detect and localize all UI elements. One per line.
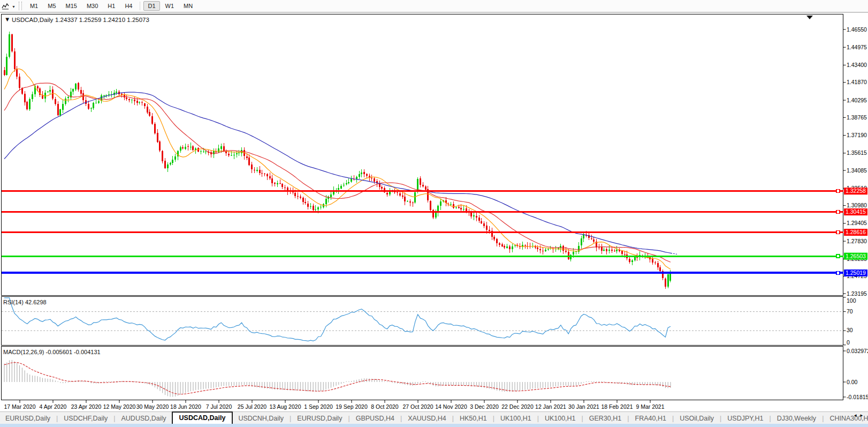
timeframe-button-m15[interactable]: M15 [62, 1, 81, 11]
tab-ger30-h1[interactable]: GER30,H1 [584, 413, 627, 424]
svg-text:18 Feb 2021: 18 Feb 2021 [601, 403, 633, 410]
price-line-label: 1.28616 [846, 229, 866, 235]
chart-cursor-icon[interactable] [0, 2, 11, 10]
svg-text:1 Sep 2020: 1 Sep 2020 [304, 403, 333, 410]
tab-hk50-h1[interactable]: HK50,H1 [454, 413, 492, 424]
svg-text:19 Sep 2020: 19 Sep 2020 [336, 403, 368, 410]
tab-audusd-daily[interactable]: AUDUSD,Daily [116, 413, 172, 424]
chart-collapse-marker[interactable]: ▼ [4, 16, 10, 23]
svg-text:18 Jun 2020: 18 Jun 2020 [170, 403, 201, 410]
svg-text:1.30980: 1.30980 [847, 202, 867, 208]
svg-text:17 Mar 2020: 17 Mar 2020 [4, 403, 36, 410]
timeframe-button-m30[interactable]: M30 [82, 1, 102, 11]
svg-text:1.40295: 1.40295 [847, 97, 867, 103]
timeframe-buttons: M1M5M15M30H1H4D1W1MN [25, 1, 197, 11]
price-line-label: 1.26503 [846, 253, 866, 259]
svg-text:13 Aug 2020: 13 Aug 2020 [270, 403, 301, 410]
tab-gbpusd-h4[interactable]: GBPUSD,H4 [351, 413, 400, 424]
svg-text:-0.018154: -0.018154 [847, 394, 868, 400]
main-chart-panel [2, 14, 843, 296]
tab-usdcnh-daily[interactable]: USDCNH,Daily [233, 413, 289, 424]
svg-text:1.35615: 1.35615 [847, 149, 867, 156]
svg-text:100: 100 [847, 297, 856, 304]
svg-text:1.23195: 1.23195 [847, 290, 867, 297]
tab-scroll-arrows[interactable]: ◄► [853, 413, 866, 418]
svg-text:12 May 2020: 12 May 2020 [103, 403, 136, 410]
rsi-label: RSI(14) 42.6298 [3, 299, 47, 305]
price-line-labels: 1.322581.304151.286161.265031.25019 [844, 188, 867, 276]
rsi-panel [2, 297, 843, 346]
svg-text:8 Oct 2020: 8 Oct 2020 [371, 403, 399, 410]
svg-text:30 May 2020: 30 May 2020 [136, 403, 169, 410]
tab-usoil-daily[interactable]: USOil,Daily [674, 413, 719, 424]
chart-title: USDCAD,Daily [12, 17, 54, 23]
timeframe-button-h4[interactable]: H4 [120, 1, 136, 11]
date-axis: 17 Mar 20204 Apr 202023 Apr 202012 May 2… [4, 400, 665, 410]
tab-usdjpy-h1[interactable]: USDJPY,H1 [722, 413, 768, 424]
tab-scroll-left-icon[interactable]: ◄ [853, 413, 859, 418]
timeframe-button-mn[interactable]: MN [179, 1, 197, 11]
toolbar-grip [19, 2, 22, 10]
timeframe-button-h1[interactable]: H1 [103, 1, 119, 11]
timeframe-button-m1[interactable]: M1 [26, 1, 42, 11]
tab-xauusd-h4[interactable]: XAUUSD,H4 [402, 413, 452, 424]
svg-text:4 Apr 2020: 4 Apr 2020 [40, 403, 67, 410]
timeframe-toolbar: ▼ M1M5M15M30H1H4D1W1MN [0, 0, 868, 13]
tab-uk100-h1[interactable]: UK100,H1 [495, 413, 537, 424]
chevron-down-icon[interactable]: ▼ [12, 5, 16, 9]
svg-text:1.44975: 1.44975 [847, 44, 867, 50]
tab-eurusd-daily[interactable]: EURUSD,Daily [0, 413, 56, 424]
chart-tab-bar: EURUSD,Daily|USDCHF,Daily|AUDUSD,DailyUS… [0, 411, 868, 424]
mt4-window: { "toolbar": { "caret": "▼", "timeframes… [0, 0, 868, 427]
toolbar-separator [140, 2, 140, 10]
status-strip [0, 424, 868, 427]
svg-text:27 Oct 2020: 27 Oct 2020 [402, 403, 433, 410]
svg-text:7 Jul 2020: 7 Jul 2020 [206, 403, 232, 410]
svg-text:1.41870: 1.41870 [847, 79, 867, 85]
tab-scroll-right-icon[interactable]: ► [859, 413, 866, 418]
tab-usdcad-daily[interactable]: USDCAD,Daily [172, 411, 233, 424]
svg-text:0: 0 [847, 339, 850, 346]
tab-fra40-h1[interactable]: FRA40,H1 [630, 413, 672, 424]
svg-text:3 Dec 2020: 3 Dec 2020 [470, 403, 499, 410]
macd-label: MACD(12,26,9) -0.005601 -0.004131 [3, 349, 101, 355]
svg-text:14 Nov 2020: 14 Nov 2020 [435, 403, 467, 410]
timeframe-button-w1[interactable]: W1 [161, 1, 179, 11]
tab-eurusd-daily[interactable]: EURUSD,Daily [292, 413, 347, 424]
chart-canvas[interactable]: 1.465501.449751.434001.418701.402951.387… [0, 13, 868, 411]
svg-text:1.29405: 1.29405 [847, 220, 867, 226]
svg-text:22 Dec 2020: 22 Dec 2020 [501, 403, 534, 410]
svg-text:30: 30 [847, 327, 853, 333]
svg-text:1.37190: 1.37190 [847, 132, 867, 138]
svg-text:30 Jan 2021: 30 Jan 2021 [568, 403, 599, 410]
price-line-label: 1.30415 [846, 208, 866, 215]
ohlc-readout: 1.24337 1.25259 1.24210 1.25073 [55, 17, 149, 23]
svg-text:0.00: 0.00 [847, 379, 858, 385]
svg-text:1.46550: 1.46550 [847, 26, 867, 33]
timeframe-button-m5[interactable]: M5 [43, 1, 60, 11]
tab-usdchf-daily[interactable]: USDCHF,Daily [58, 413, 113, 424]
price-line-label: 1.25019 [846, 269, 866, 276]
svg-text:12 Jan 2021: 12 Jan 2021 [535, 403, 566, 410]
svg-text:1.43400: 1.43400 [847, 62, 867, 68]
svg-text:1.27830: 1.27830 [847, 238, 867, 244]
svg-text:25 Jul 2020: 25 Jul 2020 [238, 403, 267, 410]
price-line-label: 1.32258 [846, 188, 866, 194]
svg-text:9 Mar 2021: 9 Mar 2021 [636, 403, 664, 410]
svg-text:1.34085: 1.34085 [847, 167, 867, 174]
svg-text:23 Apr 2020: 23 Apr 2020 [71, 403, 102, 410]
tab-uk100-h1[interactable]: UK100,H1 [539, 413, 581, 424]
tab-dj30-weekly[interactable]: DJ30,Weekly [772, 413, 821, 424]
svg-text:0.032972: 0.032972 [847, 348, 868, 354]
macd-panel [2, 347, 843, 400]
svg-text:70: 70 [847, 308, 853, 314]
svg-text:1.38765: 1.38765 [847, 114, 867, 121]
timeframe-button-d1[interactable]: D1 [143, 1, 159, 11]
